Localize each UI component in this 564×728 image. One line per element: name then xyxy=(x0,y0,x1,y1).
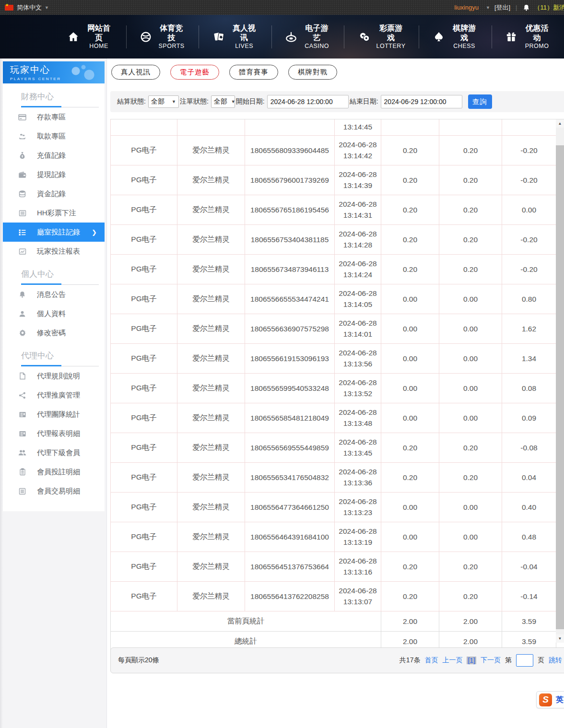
username[interactable]: liuxingyu xyxy=(454,4,479,11)
table-row: PG电子爱尔兰精灵18065565695554498592024-06-2813… xyxy=(111,433,556,463)
tab-live[interactable]: 真人視訊 xyxy=(111,65,160,80)
cell-valid-amount: 0.00 xyxy=(439,374,502,403)
language-caret-icon[interactable]: ▼ xyxy=(45,5,49,10)
nav-item-home[interactable]: 网站首页HOME xyxy=(54,25,127,48)
ime-mode-indicator[interactable]: 英 xyxy=(556,695,564,705)
sidebar-item-funds-record[interactable]: 資金記錄❯ xyxy=(3,184,105,203)
sidebar-item-withdraw-record[interactable]: 提現記錄❯ xyxy=(3,165,105,184)
lottery-balls-icon xyxy=(357,31,371,43)
sidebar-item-deposit[interactable]: 存款專區❯ xyxy=(3,107,105,127)
search-button[interactable]: 查詢 xyxy=(468,94,492,109)
next-page-link[interactable]: 下一页 xyxy=(481,656,501,665)
start-date-input[interactable] xyxy=(267,95,349,108)
sidebar-item-recharge-record[interactable]: 充值記錄❯ xyxy=(3,146,105,165)
logout-link[interactable]: [登出] xyxy=(494,3,510,12)
cell-bet-amount: 0.20 xyxy=(381,433,439,463)
sidebar-item-agent-team-stats[interactable]: 代理團隊統計❯ xyxy=(3,405,105,424)
trans-list-icon xyxy=(18,487,27,495)
nav-item-promo[interactable]: 优惠活动PROMO xyxy=(492,25,564,48)
cell-bet-id: 1806556765186195456 xyxy=(245,195,335,225)
page-number-input[interactable] xyxy=(516,654,533,667)
order-status-select[interactable]: 全部 ▼ xyxy=(211,95,235,108)
cell-bet-amount: 0.00 xyxy=(381,522,439,552)
per-page-label: 每頁顯示20條 xyxy=(118,656,159,665)
tab-sports[interactable]: 體育賽事 xyxy=(229,65,278,80)
cell-bet-id xyxy=(245,119,335,136)
sidebar-subtitle: PLAYERS CENTER xyxy=(10,77,105,81)
cell-bet-amount: 0.20 xyxy=(381,136,439,165)
sogou-ime-bar[interactable]: S 英 xyxy=(536,691,564,708)
tab-egame[interactable]: 電子遊藝 xyxy=(170,65,219,80)
cell-win-loss: 0.40 xyxy=(502,493,556,522)
sidebar-item-messages[interactable]: 消息公告❯ xyxy=(3,285,105,304)
nav-item-chess[interactable]: 棋牌游戏CHESS xyxy=(419,25,492,48)
sidebar-item-room-bet-record[interactable]: 廳室投註記錄❯ xyxy=(3,223,105,242)
language-selector[interactable]: 简体中文 xyxy=(17,3,42,12)
nav-item-casino[interactable]: 电子游艺CASINO xyxy=(272,25,345,48)
sidebar-item-player-bet-report[interactable]: 玩家投注報表❯ xyxy=(3,242,105,261)
sidebar-item-label: 個人資料 xyxy=(37,309,66,318)
nav-item-lives[interactable]: 真人视讯LIVES xyxy=(199,25,272,48)
cell-bet-amount: 0.20 xyxy=(381,255,439,284)
current-page: [1] xyxy=(467,657,476,664)
cell-valid-amount: 0.20 xyxy=(439,463,502,493)
jump-link[interactable]: 跳转 xyxy=(549,656,562,665)
sidebar-item-agent-rules[interactable]: 代理規則說明❯ xyxy=(3,366,105,386)
cell-platform xyxy=(111,119,177,136)
sidebar-item-agent-sub-members[interactable]: 代理下級會員❯ xyxy=(3,443,105,462)
first-page-link[interactable]: 首页 xyxy=(424,656,438,665)
bell-icon[interactable] xyxy=(523,4,530,12)
cell-datetime: 2024-06-2813:14:31 xyxy=(335,195,381,225)
nav-label-en: HOME xyxy=(85,43,113,50)
nav-label-zh: 电子游艺 xyxy=(303,23,331,43)
notification-text[interactable]: （11）新消息 xyxy=(534,3,564,12)
nav-item-sports[interactable]: 体育竞技SPORTS xyxy=(127,25,200,48)
prev-page-link[interactable]: 上一页 xyxy=(442,656,462,665)
user-caret-icon[interactable]: ▼ xyxy=(486,5,490,10)
cell-win-loss: -0.04 xyxy=(502,552,556,582)
table-scrollbar[interactable]: ▲ ▼ xyxy=(556,119,564,643)
cell-valid-amount: 0.20 xyxy=(439,225,502,255)
table-row: PG电子爱尔兰精灵18065566191530961932024-06-2813… xyxy=(111,344,556,374)
cell-valid-amount: 0.00 xyxy=(439,314,502,344)
end-date-input[interactable] xyxy=(381,95,462,108)
nav-item-lottery[interactable]: 彩票游戏LOTTERY xyxy=(344,25,419,48)
cell-game: 爱尔兰精灵 xyxy=(177,195,245,225)
sidebar-item-agent-promo[interactable]: 代理推廣管理❯ xyxy=(3,386,105,405)
cell-valid-amount xyxy=(439,119,502,136)
sidebar-item-member-trans-detail[interactable]: 會員交易明細❯ xyxy=(3,481,105,501)
sidebar-item-withdraw[interactable]: 取款專區❯ xyxy=(3,127,105,146)
people-icon xyxy=(18,449,27,457)
sidebar-item-label: 資金記錄 xyxy=(37,189,66,199)
cell-bet-id: 1806556734873946113 xyxy=(245,255,335,284)
cell-win-loss: 1.62 xyxy=(502,314,556,344)
scrollbar-down-arrow-icon[interactable]: ▼ xyxy=(556,634,564,643)
sidebar-item-member-bet-detail[interactable]: 會員投註明細❯ xyxy=(3,462,105,481)
sidebar-item-agent-report-detail[interactable]: 代理報表明細❯ xyxy=(3,424,105,443)
cell-datetime: 2024-06-2813:13:19 xyxy=(335,522,381,552)
summary-label: 當前頁統計 xyxy=(111,611,381,632)
sogou-logo-icon[interactable]: S xyxy=(539,693,552,706)
cell-platform: PG电子 xyxy=(111,374,177,403)
sidebar-item-profile[interactable]: 個人資料❯ xyxy=(3,304,105,323)
scrollbar-thumb[interactable] xyxy=(556,145,564,629)
bell-gray-icon xyxy=(18,291,27,299)
table-row: PG电子爱尔兰精灵18065565854812180492024-06-2813… xyxy=(111,403,556,433)
settle-status-select[interactable]: 全部 ▼ xyxy=(148,95,179,108)
sidebar-item-label: 充值記錄 xyxy=(37,151,66,160)
sidebar-item-label: 代理下級會員 xyxy=(37,448,80,458)
cell-bet-id: 1806556413762208258 xyxy=(245,582,335,611)
table-row: PG电子爱尔兰精灵18065564137622082582024-06-2813… xyxy=(111,582,556,611)
cell-bet-amount: 0.20 xyxy=(381,463,439,493)
news-icon xyxy=(18,430,27,438)
tab-chess[interactable]: 棋牌對戰 xyxy=(288,65,337,80)
cell-platform: PG电子 xyxy=(111,344,177,374)
sidebar-item-hh-lottery-bet[interactable]: HH彩票下注❯ xyxy=(3,203,105,223)
sidebar-item-label: 會員投註明細 xyxy=(37,468,80,477)
sidebar-item-change-password[interactable]: 修改密碼❯ xyxy=(3,323,105,342)
table-row: PG电子爱尔兰精灵18065564643916841002024-06-2813… xyxy=(111,522,556,552)
cell-bet-amount xyxy=(381,119,439,136)
scrollbar-up-arrow-icon[interactable]: ▲ xyxy=(556,119,564,128)
nav-label-en: PROMO xyxy=(523,43,551,50)
cell-platform: PG电子 xyxy=(111,195,177,225)
